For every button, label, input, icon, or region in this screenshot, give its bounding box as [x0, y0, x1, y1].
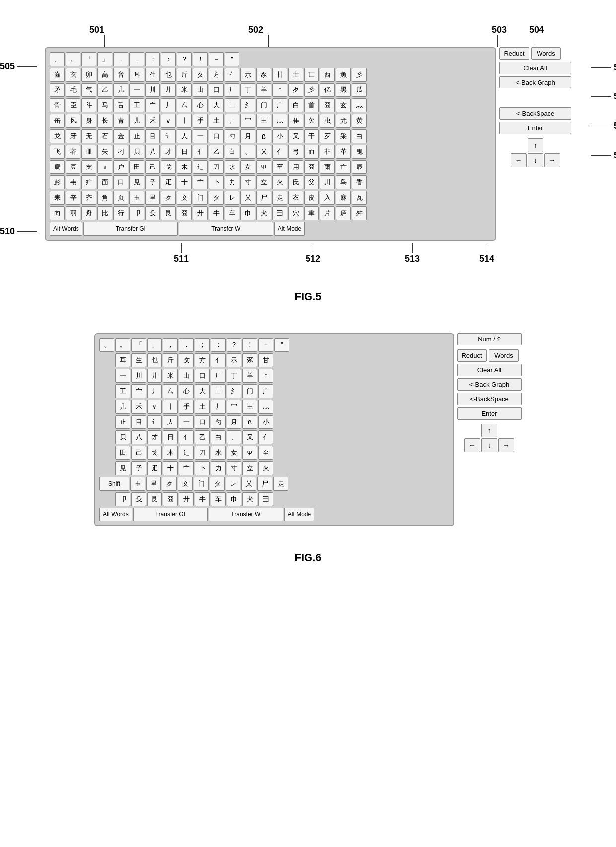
f6-key-山[interactable]: 山: [179, 369, 194, 383]
key-歹2[interactable]: 歹: [320, 129, 335, 143]
key-大[interactable]: 大: [209, 98, 224, 112]
key-疒[interactable]: 疒: [81, 175, 96, 189]
f6-key-艮[interactable]: 艮: [147, 492, 162, 506]
key-比[interactable]: 比: [97, 206, 112, 220]
f6-key-玉[interactable]: 玉: [130, 477, 145, 491]
key-至[interactable]: 至: [272, 160, 287, 174]
f6-arrow-left-button[interactable]: ←: [464, 438, 480, 452]
key-卜[interactable]: 卜: [209, 175, 224, 189]
key-厶[interactable]: 厶: [177, 98, 192, 112]
key-亿[interactable]: 亿: [320, 83, 335, 97]
key-手[interactable]: 手: [193, 114, 208, 128]
key-十[interactable]: 十: [177, 175, 192, 189]
f6-key-口[interactable]: 口: [195, 369, 210, 383]
key-psi[interactable]: Ψ: [256, 160, 271, 174]
f6-key-木[interactable]: 木: [163, 446, 178, 460]
key-面[interactable]: 面: [97, 175, 112, 189]
f6-key-タ[interactable]: タ: [210, 477, 225, 491]
f6-key-beta[interactable]: ß: [242, 415, 257, 429]
enter-button[interactable]: Enter: [499, 122, 571, 134]
key-beta[interactable]: ß: [256, 129, 271, 143]
key-耳[interactable]: 耳: [129, 68, 144, 82]
f6-back-graph-button[interactable]: <-Back Graph: [457, 378, 522, 391]
f6-key-己[interactable]: 己: [131, 446, 146, 460]
key-牛[interactable]: 牛: [209, 206, 224, 220]
key-月[interactable]: 月: [240, 129, 255, 143]
key-非[interactable]: 非: [320, 145, 335, 159]
f6-num-button[interactable]: Num / ?: [457, 333, 522, 345]
f6-key-工[interactable]: 工: [115, 384, 130, 398]
key-宀[interactable]: 宀: [145, 98, 160, 112]
key-冖[interactable]: 冖: [240, 114, 255, 128]
f6-key-贝[interactable]: 贝: [115, 430, 130, 444]
f6-key-门[interactable]: 门: [242, 384, 257, 398]
arrow-right-button[interactable]: →: [544, 153, 560, 167]
key-彐[interactable]: 彐: [272, 206, 287, 220]
key-目[interactable]: 目: [145, 129, 160, 143]
key-庐[interactable]: 庐: [336, 206, 351, 220]
key-欠[interactable]: 欠: [304, 114, 319, 128]
key-水[interactable]: 水: [225, 160, 239, 174]
f6-key-レ[interactable]: レ: [226, 477, 240, 491]
f6-key-走[interactable]: 走: [273, 477, 288, 491]
key-囧[interactable]: 囧: [320, 98, 335, 112]
key-缶[interactable]: 缶: [50, 114, 65, 128]
key-刁[interactable]: 刁: [113, 145, 128, 159]
key-身[interactable]: 身: [81, 114, 96, 128]
f6-key-「[interactable]: 「: [131, 338, 146, 352]
f6-key-」[interactable]: 」: [147, 338, 162, 352]
key-乂[interactable]: 乂: [240, 191, 255, 205]
f6-key-牛[interactable]: 牛: [195, 492, 210, 506]
key-立[interactable]: 立: [256, 175, 271, 189]
f6-key-至[interactable]: 至: [258, 446, 273, 460]
f6-key-日[interactable]: 日: [163, 430, 178, 444]
key-羽[interactable]: 羽: [66, 206, 80, 220]
f6-key-水[interactable]: 水: [211, 446, 226, 460]
f6-key-羊[interactable]: 羊: [242, 369, 257, 383]
key-彡1[interactable]: 彡: [352, 68, 367, 82]
key-父[interactable]: 父: [304, 175, 319, 189]
f6-key-车[interactable]: 车: [211, 492, 226, 506]
key-门[interactable]: 门: [256, 98, 271, 112]
key-亻2[interactable]: 亻: [193, 145, 208, 159]
f6-key-小[interactable]: 小: [258, 415, 273, 429]
key-穴[interactable]: 穴: [288, 206, 303, 220]
key-田[interactable]: 田: [129, 160, 144, 174]
f6-key-宀[interactable]: 宀: [131, 384, 146, 398]
f6-key-止[interactable]: 止: [115, 415, 130, 429]
f6-clear-all-button[interactable]: Clear All: [457, 364, 522, 376]
key-一[interactable]: 一: [129, 83, 144, 97]
key-无[interactable]: 无: [81, 129, 96, 143]
key-「[interactable]: 「: [81, 52, 96, 66]
key-矛[interactable]: 矛: [50, 83, 65, 97]
key-石[interactable]: 石: [97, 129, 112, 143]
alt-mode-button[interactable]: Alt Mode: [274, 222, 305, 236]
key-王[interactable]: 王: [256, 114, 271, 128]
f6-key-一[interactable]: 一: [115, 369, 130, 383]
key-门2[interactable]: 门: [193, 191, 208, 205]
key-又2[interactable]: 又: [256, 145, 271, 159]
f6-key-；[interactable]: ；: [195, 338, 210, 352]
key-止[interactable]: 止: [129, 129, 144, 143]
key-巾[interactable]: 巾: [240, 206, 255, 220]
key-厂[interactable]: 厂: [225, 83, 239, 97]
f6-key-月[interactable]: 月: [227, 415, 241, 429]
key-鸟[interactable]: 鸟: [336, 175, 351, 189]
f6-key-方[interactable]: 方: [195, 353, 210, 367]
key-马[interactable]: 马: [97, 98, 112, 112]
key-氏[interactable]: 氏: [288, 175, 303, 189]
key-工[interactable]: 工: [129, 98, 144, 112]
f6-key-宀2[interactable]: 宀: [179, 461, 194, 475]
f6-key-人[interactable]: 人: [163, 415, 178, 429]
key-寸[interactable]: 寸: [240, 175, 255, 189]
clear-all-button[interactable]: Clear All: [499, 62, 571, 74]
key-廾[interactable]: 廾: [161, 83, 176, 97]
f6-key-殳[interactable]: 殳: [131, 492, 146, 506]
key-西[interactable]: 西: [320, 68, 335, 82]
f6-key-：[interactable]: ：: [211, 338, 226, 352]
key-士[interactable]: 士: [288, 68, 303, 82]
key-タ[interactable]: タ: [209, 191, 224, 205]
key-米[interactable]: 米: [177, 83, 192, 97]
key-囧2[interactable]: 囧: [304, 160, 319, 174]
key-支[interactable]: 支: [81, 160, 96, 174]
